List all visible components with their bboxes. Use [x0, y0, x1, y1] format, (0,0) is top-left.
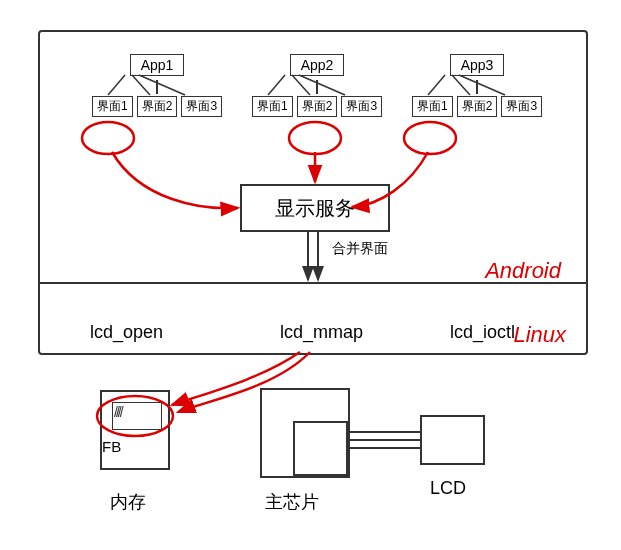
android-label: Android [485, 258, 561, 284]
app-box: App2 [290, 54, 345, 76]
ui-box: 界面3 [341, 96, 382, 117]
memory-caption: 内存 [110, 490, 146, 514]
lcd-caption: LCD [430, 478, 466, 499]
ui-box: 界面1 [92, 96, 133, 117]
app-group-2: App2 界面1 界面2 界面3 [250, 54, 384, 117]
linux-label: Linux [513, 322, 566, 348]
memory-box: //// FB [100, 390, 170, 470]
connector-line [476, 80, 478, 94]
ui-box: 界面2 [137, 96, 178, 117]
chip-inner-icon [293, 421, 348, 476]
chip-caption: 主芯片 [265, 490, 319, 514]
syscall-open: lcd_open [90, 322, 163, 343]
ui-row: 界面1 界面2 界面3 [410, 96, 544, 117]
connector-line [316, 80, 318, 94]
syscall-mmap: lcd_mmap [280, 322, 363, 343]
ui-box: 界面3 [181, 96, 222, 117]
chip-box [260, 388, 350, 478]
syscall-ioctl: lcd_ioctl [450, 322, 515, 343]
ui-box: 界面2 [457, 96, 498, 117]
app-box: App3 [450, 54, 505, 76]
ui-box: 界面1 [252, 96, 293, 117]
fb-label: FB [102, 438, 168, 455]
display-service-box: 显示服务 [240, 184, 390, 232]
lcd-box [420, 415, 485, 465]
app-group-1: App1 界面1 界面2 界面3 [90, 54, 224, 117]
app-group-3: App3 界面1 界面2 界面3 [410, 54, 544, 117]
ui-box: 界面1 [412, 96, 453, 117]
bus-lines-icon [350, 425, 420, 455]
ui-row: 界面1 界面2 界面3 [90, 96, 224, 117]
ui-row: 界面1 界面2 界面3 [250, 96, 384, 117]
ui-box: 界面2 [297, 96, 338, 117]
app-box: App1 [130, 54, 185, 76]
merge-label: 合并界面 [332, 240, 388, 258]
android-linux-layer-box: App1 界面1 界面2 界面3 App2 界面1 界面2 界面3 App3 界… [38, 30, 588, 355]
ui-box: 界面3 [501, 96, 542, 117]
hatch-icon: //// [114, 404, 160, 428]
connector-line [156, 80, 158, 94]
